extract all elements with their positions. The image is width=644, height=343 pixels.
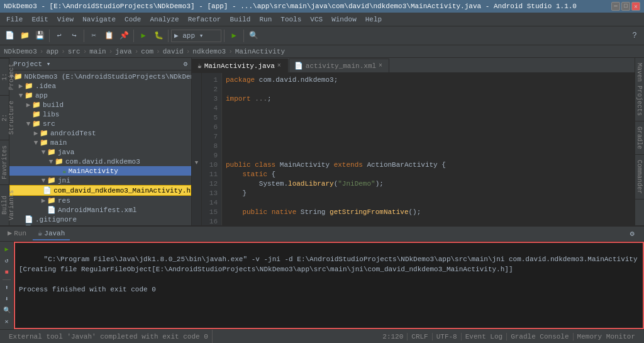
tree-arrow-com: ▼ bbox=[47, 158, 55, 166]
status-line-ending[interactable]: CRLF bbox=[408, 333, 432, 340]
tree-item-root[interactable]: ▼📁NDkDemo3 (E:\AndroidStudioProjects\NDk… bbox=[9, 72, 191, 81]
menu-item-file[interactable]: File bbox=[3, 14, 26, 25]
toolbar-new[interactable]: 📄 bbox=[3, 29, 16, 43]
console-text: "C:\Program Files\Java\jdk1.8.0_25\bin\j… bbox=[19, 256, 638, 293]
editor-tab-main-activity[interactable]: ☕MainActivity.java× bbox=[192, 59, 288, 72]
run-close[interactable]: ✕ bbox=[2, 317, 12, 327]
status-position[interactable]: 2:120 bbox=[379, 333, 408, 340]
bottom-tab-javah[interactable]: ☕ Javah bbox=[33, 227, 70, 240]
tree-item-res[interactable]: ▶📁res bbox=[9, 196, 191, 205]
right-tab-commander[interactable]: Commander bbox=[635, 155, 644, 200]
menu-item-edit[interactable]: Edit bbox=[28, 14, 52, 25]
breadcrumb-item-0[interactable]: NDkDemo3 bbox=[4, 48, 37, 55]
toolbar-save[interactable]: 💾 bbox=[33, 29, 47, 43]
right-tab-gradle[interactable]: Gradle bbox=[635, 121, 644, 155]
run-scroll-top[interactable]: ⬆ bbox=[2, 283, 12, 293]
menu-bar: FileEditViewNavigateCodeAnalyzeRefactorB… bbox=[0, 13, 644, 26]
menu-item-build[interactable]: Build bbox=[226, 14, 254, 25]
toolbar-help[interactable]: ? bbox=[628, 29, 641, 43]
breadcrumb-sep-3: › bbox=[109, 48, 113, 55]
toolbar-app-selector[interactable]: ▶ app ▾ bbox=[171, 30, 221, 42]
toolbar-paste[interactable]: 📌 bbox=[117, 29, 131, 43]
menu-item-navigate[interactable]: Navigate bbox=[79, 14, 119, 25]
run-play-btn[interactable]: ▶ bbox=[2, 244, 12, 254]
breadcrumb-sep-6: › bbox=[186, 48, 191, 55]
toolbar-cut[interactable]: ✂ bbox=[87, 29, 101, 43]
run-filter[interactable]: 🔍 bbox=[2, 305, 12, 315]
tree-item-java[interactable]: ▼📁java bbox=[9, 147, 191, 157]
toolbar-search[interactable]: 🔍 bbox=[247, 29, 260, 43]
close-button[interactable]: ✕ bbox=[631, 2, 640, 11]
tab-close-activity-main-xml[interactable]: × bbox=[379, 62, 382, 69]
toolbar-debug[interactable]: 🐛 bbox=[152, 29, 165, 43]
minimize-button[interactable]: ─ bbox=[611, 2, 620, 11]
menu-item-window[interactable]: Window bbox=[328, 14, 360, 25]
breadcrumb-item-8[interactable]: MainActivity bbox=[235, 48, 285, 55]
maximize-button[interactable]: □ bbox=[621, 2, 630, 11]
status-encoding[interactable]: UTF-8 bbox=[433, 333, 462, 340]
tree-item-mainactivity[interactable]: ☕MainActivity bbox=[9, 166, 191, 176]
code-line-6 bbox=[226, 123, 631, 132]
toolbar-open[interactable]: 📁 bbox=[18, 29, 31, 43]
tree-arrow-src: ▼ bbox=[25, 120, 32, 128]
editor-tab-activity-main-xml[interactable]: 📄activity_main.xml× bbox=[289, 59, 389, 72]
code-content[interactable]: package com.david.ndkdemo3; import ...; … bbox=[222, 73, 635, 225]
menu-item-analyze[interactable]: Analyze bbox=[146, 14, 182, 25]
menu-item-vcs[interactable]: VCS bbox=[306, 14, 326, 25]
run-stop-btn[interactable]: ■ bbox=[2, 267, 12, 277]
tree-item-hfile[interactable]: 📄com_david_ndkdemo3_MainActivity.h bbox=[9, 185, 191, 196]
toolbar-build[interactable]: ▶ bbox=[136, 29, 150, 43]
menu-item-tools[interactable]: Tools bbox=[277, 14, 305, 25]
toolbar-sep1 bbox=[49, 30, 50, 42]
menu-item-run[interactable]: Run bbox=[255, 14, 275, 25]
breadcrumb-item-5[interactable]: com bbox=[141, 48, 153, 55]
console-output[interactable]: "C:\Program Files\Java\jdk1.8.0_25\bin\j… bbox=[14, 242, 644, 329]
run-rerun-btn[interactable]: ↺ bbox=[2, 256, 12, 266]
memory-monitor-btn[interactable]: Memory Monitor bbox=[574, 333, 639, 340]
breadcrumb-item-3[interactable]: main bbox=[89, 48, 106, 55]
tree-item-com[interactable]: ▼📁com.david.ndkdemo3 bbox=[9, 157, 191, 166]
menu-item-code[interactable]: Code bbox=[121, 14, 145, 25]
right-tab-maven[interactable]: Maven Projects bbox=[635, 58, 644, 121]
project-settings-icon[interactable]: ⚙ bbox=[183, 60, 187, 68]
tree-item-androidTest[interactable]: ▶📁androidTest bbox=[9, 128, 191, 138]
breadcrumb-item-1[interactable]: app bbox=[46, 48, 58, 55]
tab-close-main-activity[interactable]: × bbox=[277, 62, 281, 69]
left-tab-build-variants[interactable]: Build Variants bbox=[0, 184, 9, 225]
gradle-console-btn[interactable]: Gradle Console bbox=[507, 333, 573, 340]
tree-item-libs[interactable]: 📁libs bbox=[9, 110, 191, 119]
run-scroll-bot[interactable]: ⬇ bbox=[2, 294, 12, 304]
menu-item-refactor[interactable]: Refactor bbox=[184, 14, 225, 25]
breadcrumb-item-6[interactable]: david bbox=[163, 48, 184, 55]
tree-item-gitignore[interactable]: 📄.gitignore bbox=[9, 215, 191, 224]
menu-item-help[interactable]: Help bbox=[362, 14, 386, 25]
tree-item-idea[interactable]: ▶📁.idea bbox=[9, 81, 191, 91]
tree-item-jni[interactable]: ▼📁jni bbox=[9, 176, 191, 185]
toolbar-run-green[interactable]: ▶ bbox=[227, 29, 241, 43]
gutter-2 bbox=[192, 82, 201, 92]
breadcrumb-item-4[interactable]: java bbox=[115, 48, 131, 55]
menu-item-view[interactable]: View bbox=[53, 14, 77, 25]
bottom-settings-icon[interactable]: ⚙ bbox=[625, 227, 639, 241]
tree-item-build[interactable]: ▶📁build bbox=[9, 100, 191, 110]
code-line-14 bbox=[226, 198, 631, 208]
toolbar-undo[interactable]: ↩ bbox=[52, 29, 66, 43]
breadcrumb-item-2[interactable]: src bbox=[68, 48, 80, 55]
toolbar-sep6 bbox=[243, 30, 244, 42]
left-tab-favorites[interactable]: Favorites bbox=[0, 140, 9, 184]
left-tab-structure[interactable]: 2: Structure bbox=[0, 95, 9, 140]
toolbar-redo[interactable]: ↪ bbox=[67, 29, 81, 43]
bottom-tab-run[interactable]: ▶ Run bbox=[3, 227, 31, 240]
tree-item-main[interactable]: ▼📁main bbox=[9, 138, 191, 147]
gutter-16 bbox=[192, 215, 201, 224]
breadcrumb-item-7[interactable]: ndkdemo3 bbox=[192, 48, 226, 55]
tree-item-src[interactable]: ▼📁src bbox=[9, 119, 191, 128]
main-content: 1: Project 2: Structure Favorites Build … bbox=[0, 58, 644, 225]
tree-item-manifest[interactable]: 📄AndroidManifest.xml bbox=[9, 205, 191, 215]
project-tree[interactable]: ▼📁NDkDemo3 (E:\AndroidStudioProjects\NDk… bbox=[9, 70, 191, 225]
tree-item-app[interactable]: ▼📁app bbox=[9, 91, 191, 100]
toolbar-copy[interactable]: 📋 bbox=[102, 29, 116, 43]
left-tab-project[interactable]: 1: Project bbox=[0, 58, 9, 95]
event-log-btn[interactable]: Event Log bbox=[462, 333, 507, 340]
tree-label-src: src bbox=[43, 120, 55, 128]
